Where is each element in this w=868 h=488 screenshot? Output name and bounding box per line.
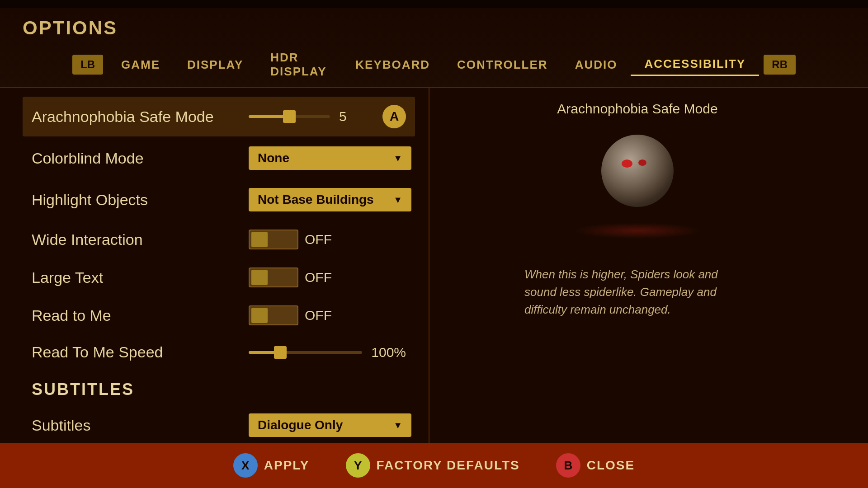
close-label: CLOSE: [587, 458, 635, 473]
toggle-knob-2: [251, 270, 268, 285]
rb-button[interactable]: RB: [764, 55, 796, 75]
tab-controller[interactable]: CONTROLLER: [443, 54, 561, 75]
info-panel: Arachnophobia Safe Mode When this is hig…: [429, 88, 845, 449]
tab-display[interactable]: DISPLAY: [174, 54, 257, 75]
setting-row-subtitles[interactable]: Subtitles Dialogue Only ▼: [23, 405, 415, 445]
bottom-bar: X APPLY Y FACTORY DEFAULTS B CLOSE: [0, 443, 868, 488]
subtitles-dropdown[interactable]: Dialogue Only ▼: [249, 413, 411, 437]
colorblind-dropdown[interactable]: None ▼: [249, 146, 411, 170]
read-to-me-toggle-label: OFF: [305, 308, 332, 323]
top-bar: [0, 0, 868, 8]
factory-defaults-action[interactable]: Y FACTORY DEFAULTS: [346, 453, 520, 478]
setting-row-arachnophobia[interactable]: Arachnophobia Safe Mode 5 A: [23, 97, 415, 136]
wide-interaction-toggle-group: OFF: [249, 230, 332, 249]
header: OPTIONS LB GAME DISPLAY HDR DISPLAY KEYB…: [0, 8, 868, 87]
spider-illustration: [570, 130, 705, 243]
setting-row-wide-interaction[interactable]: Wide Interaction OFF: [23, 221, 415, 258]
subtitles-control: Dialogue Only ▼: [249, 413, 411, 437]
factory-defaults-label: FACTORY DEFAULTS: [377, 458, 520, 473]
x-button[interactable]: X: [233, 453, 258, 478]
spider-eye-right: [638, 160, 646, 166]
dropdown-arrow: ▼: [393, 153, 402, 164]
apply-action[interactable]: X APPLY: [233, 453, 310, 478]
arachnophobia-control: 5 A: [249, 105, 406, 128]
settings-panel: Arachnophobia Safe Mode 5 A Colorblind M…: [23, 88, 429, 449]
highlight-dropdown[interactable]: Not Base Buildings ▼: [249, 188, 411, 211]
read-to-me-label: Read to Me: [32, 307, 249, 324]
setting-row-highlight[interactable]: Highlight Objects Not Base Buildings ▼: [23, 180, 415, 220]
read-to-me-toggle-group: OFF: [249, 305, 332, 325]
toggle-knob: [251, 232, 268, 247]
read-to-me-control: OFF: [249, 305, 406, 325]
large-text-toggle-group: OFF: [249, 267, 332, 287]
large-text-toggle-label: OFF: [305, 270, 332, 285]
large-text-label: Large Text: [32, 269, 249, 286]
setting-row-read-speed[interactable]: Read To Me Speed 100%: [23, 335, 415, 369]
setting-row-large-text[interactable]: Large Text OFF: [23, 259, 415, 296]
read-speed-track: [249, 351, 362, 354]
arachnophobia-value: 5: [339, 109, 366, 124]
wide-interaction-control: OFF: [249, 230, 406, 249]
a-button[interactable]: A: [382, 105, 406, 128]
lb-button[interactable]: LB: [72, 55, 103, 75]
setting-row-read-to-me[interactable]: Read to Me OFF: [23, 297, 415, 333]
wide-interaction-toggle-label: OFF: [305, 232, 332, 247]
highlight-label: Highlight Objects: [32, 191, 249, 209]
close-action[interactable]: B CLOSE: [556, 453, 635, 478]
wide-interaction-label: Wide Interaction: [32, 231, 249, 249]
toggle-knob-3: [251, 308, 268, 323]
content-wrapper: Arachnophobia Safe Mode 5 A Colorblind M…: [0, 88, 868, 449]
info-title: Arachnophobia Safe Mode: [557, 101, 717, 117]
tab-game[interactable]: GAME: [108, 54, 174, 75]
read-speed-value: 100%: [371, 345, 406, 360]
subtitles-label: Subtitles: [32, 417, 249, 434]
info-description: When this is higher, Spiders look and so…: [524, 266, 750, 319]
tab-hdr-display[interactable]: HDR DISPLAY: [257, 47, 342, 82]
read-speed-label: Read To Me Speed: [32, 343, 249, 361]
subtitles-section-header: SUBTITLES: [23, 374, 415, 405]
read-to-me-toggle[interactable]: [249, 305, 298, 325]
colorblind-control: None ▼: [249, 146, 411, 170]
nav-tabs: LB GAME DISPLAY HDR DISPLAY KEYBOARD CON…: [23, 47, 845, 82]
colorblind-label: Colorblind Mode: [32, 150, 249, 167]
apply-label: APPLY: [264, 458, 310, 473]
read-speed-thumb[interactable]: [274, 346, 287, 359]
tab-accessibility[interactable]: ACCESSIBILITY: [631, 53, 759, 76]
highlight-control: Not Base Buildings ▼: [249, 188, 411, 211]
setting-row-colorblind[interactable]: Colorblind Mode None ▼: [23, 138, 415, 178]
tab-audio[interactable]: AUDIO: [561, 54, 631, 75]
slider-thumb[interactable]: [283, 110, 296, 123]
subtitles-value: Dialogue Only: [258, 418, 343, 432]
slider-track: [249, 115, 330, 118]
large-text-control: OFF: [249, 267, 406, 287]
read-speed-slider[interactable]: 100%: [249, 345, 406, 360]
spider-shadow: [574, 223, 701, 239]
read-speed-control: 100%: [249, 345, 406, 360]
dropdown-arrow-3: ▼: [393, 420, 402, 431]
spider-body: [601, 135, 674, 207]
colorblind-value: None: [258, 151, 289, 165]
arachnophobia-slider[interactable]: 5: [249, 109, 366, 124]
spider-eye-left: [622, 160, 632, 168]
arachnophobia-label: Arachnophobia Safe Mode: [32, 108, 249, 126]
page-title: OPTIONS: [23, 17, 845, 39]
y-button[interactable]: Y: [346, 453, 370, 478]
dropdown-arrow-2: ▼: [393, 195, 402, 205]
highlight-value: Not Base Buildings: [258, 192, 374, 207]
tab-keyboard[interactable]: KEYBOARD: [342, 54, 443, 75]
wide-interaction-toggle[interactable]: [249, 230, 298, 249]
large-text-toggle[interactable]: [249, 267, 298, 287]
b-button[interactable]: B: [556, 453, 580, 478]
